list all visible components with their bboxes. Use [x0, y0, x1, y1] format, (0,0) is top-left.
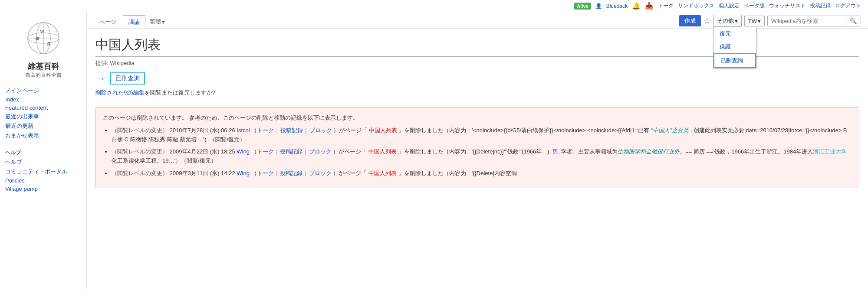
entry3-user[interactable]: Wing	[237, 170, 250, 176]
sidebar-item-villagepump[interactable]: Village pump	[5, 185, 81, 193]
dropdown-item-restore[interactable]: 復元	[713, 27, 756, 40]
entry2-field-link[interactable]: 生物医学和金融投行业务	[618, 148, 680, 155]
sidebar-nav-main: メインページ Index Featured content 最近の出来事 最近の…	[0, 83, 86, 143]
entry2-page-link[interactable]: 中国人列表	[368, 148, 397, 155]
entry1-contributions[interactable]: 投稿記録	[280, 127, 303, 134]
sidebar-item-random[interactable]: おまかせ表示	[5, 131, 81, 140]
dropdown-item-protect[interactable]: 保護	[713, 40, 756, 53]
deletion-link-anchor[interactable]: 削除された925編集	[95, 89, 145, 96]
search-box: 🔍	[767, 16, 861, 26]
other-dropdown-container: その他 ▾ 復元 保護 已刪查詢	[713, 15, 742, 27]
sidebar-item-featured[interactable]: Featured content	[5, 104, 81, 112]
tabs-bar: ページ 議論 繁體 ▾ 作成 ☆ その他 ▾ 復元 保護	[87, 12, 868, 29]
alive-badge: Alive	[574, 3, 591, 10]
sidebar-nav-help: ヘルプ ヘルプ コミュニティ・ポータル Policies Village pum…	[0, 143, 86, 196]
entry3-talk[interactable]: トーク	[257, 170, 274, 176]
chevron-down-icon: ▾	[162, 19, 165, 25]
star-icon[interactable]: ☆	[704, 16, 710, 26]
entry2-prefix: （閲覧レベルの変更）	[112, 148, 168, 155]
notice-intro: このページは削除されています。 参考のため、このページの削除と移動の記録を以下に…	[103, 114, 852, 123]
chevron-down-icon-tw: ▾	[758, 18, 761, 24]
sidebar-site-name: 維基百科	[0, 59, 86, 72]
sidebar-item-policies[interactable]: Policies	[5, 176, 81, 185]
other-dropdown-btn[interactable]: その他 ▾	[713, 15, 742, 27]
top-nav-watchlist[interactable]: ウォッチリスト	[769, 2, 806, 10]
list-item: （閲覧レベルの変更） 2010年7月28日 (水) 06:26 Istcol （…	[112, 126, 852, 144]
entry2-date: 2009年4月22日 (水) 18:25	[170, 148, 237, 155]
entry1-block[interactable]: ブロック	[309, 127, 332, 134]
user-icon: 👤	[595, 3, 602, 9]
sidebar-item-community[interactable]: コミュニティ・ポータル	[5, 167, 81, 176]
tab-variant[interactable]: 繁體 ▾	[146, 15, 168, 28]
sidebar-item-mainpage[interactable]: メインページ	[5, 86, 81, 95]
entry1-page-link[interactable]: 中国人列表	[369, 127, 397, 134]
top-nav-links: トーク サンドボックス 個人設定 ベータ版 ウォッチリスト 投稿記録 ログアウト	[658, 2, 861, 10]
deleted-query-box[interactable]: 已刪查詢	[110, 72, 145, 85]
top-nav-logout[interactable]: ログアウト	[835, 2, 861, 10]
sidebar-item-index[interactable]: Index	[5, 95, 81, 104]
sidebar-help-title: ヘルプ	[5, 146, 81, 157]
list-item: （閲覧レベルの変更） 2009年4月22日 (水) 18:25 Wing （トー…	[112, 147, 852, 166]
entry2-gender-link[interactable]: 男	[552, 148, 558, 155]
list-item: （閲覧レベルの変更） 2009年3月11日 (水) 14:22 Wing （トー…	[112, 169, 852, 178]
entry1-inner-link[interactable]: "中国人"之分类	[651, 127, 689, 134]
svg-text:基: 基	[47, 42, 51, 46]
dropdown-item-deleted[interactable]: 已刪查詢	[713, 53, 756, 68]
top-nav-beta[interactable]: ベータ版	[744, 2, 765, 10]
sidebar: W 維 基 維基百科 自由的百科全書 メインページ Index Featured…	[0, 12, 87, 289]
mail-icon[interactable]: 📥	[645, 2, 654, 10]
top-bar: Alive 👤 Bluedeck 🔔 📥 トーク サンドボックス 個人設定 ベー…	[0, 0, 868, 12]
entry2-talk[interactable]: トーク	[257, 148, 274, 155]
sidebar-logo: W 維 基	[0, 16, 86, 59]
entry1-talk[interactable]: トーク	[257, 127, 274, 134]
arrow-icon: →	[95, 72, 106, 85]
entry3-page-link[interactable]: 中国人列表	[368, 170, 397, 176]
search-button[interactable]: 🔍	[846, 16, 861, 26]
create-button[interactable]: 作成	[679, 15, 701, 26]
entry2-block[interactable]: ブロック	[309, 148, 332, 155]
layout: W 維 基 維基百科 自由的百科全書 メインページ Index Featured…	[0, 12, 868, 289]
deletion-entries: （閲覧レベルの変更） 2010年7月28日 (水) 06:26 Istcol （…	[103, 126, 852, 178]
other-dropdown-menu: 復元 保護 已刪查詢	[713, 27, 756, 68]
entry3-contributions[interactable]: 投稿記録	[280, 170, 302, 176]
tw-dropdown-btn[interactable]: TW ▾	[744, 16, 765, 26]
top-nav-talk[interactable]: トーク	[658, 2, 674, 10]
arrow-row: → 已刪查詢	[95, 71, 859, 87]
entry2-contributions[interactable]: 投稿記録	[280, 148, 302, 155]
entry2-university-link[interactable]: 浙江工业大学	[813, 148, 847, 155]
search-input[interactable]	[768, 16, 846, 26]
top-nav-contributions[interactable]: 投稿記録	[810, 2, 831, 10]
sidebar-item-recentchanges[interactable]: 最近の更新	[5, 121, 81, 131]
entry1-prefix: （閲覧レベルの変更）	[112, 127, 168, 134]
entry3-date: 2009年3月11日 (水) 14:22	[170, 170, 237, 176]
chevron-down-icon-other: ▾	[735, 18, 738, 24]
tab-page[interactable]: ページ	[94, 15, 122, 29]
entry3-prefix: （閲覧レベルの変更）	[112, 170, 168, 176]
tabs-right: 作成 ☆ その他 ▾ 復元 保護 已刪查詢 TW ▾	[679, 15, 861, 29]
notifications-icon[interactable]: 🔔	[632, 2, 641, 10]
sidebar-site-sub: 自由的百科全書	[0, 72, 86, 83]
entry2-user[interactable]: Wing	[237, 148, 250, 155]
sidebar-item-currentevents[interactable]: 最近の出来事	[5, 112, 81, 121]
svg-text:維: 維	[35, 36, 39, 41]
top-nav-sandbox[interactable]: サンドボックス	[678, 2, 714, 10]
tab-discussion[interactable]: 議論	[123, 15, 145, 29]
entry3-block[interactable]: ブロック	[309, 170, 332, 176]
username-link[interactable]: Bluedeck	[606, 3, 628, 9]
svg-text:W: W	[40, 29, 45, 34]
main-content: ページ 議論 繁體 ▾ 作成 ☆ その他 ▾ 復元 保護	[87, 12, 868, 289]
deletion-notice: このページは削除されています。 参考のため、このページの削除と移動の記録を以下に…	[95, 107, 859, 188]
wikipedia-logo: W 維 基	[26, 21, 61, 55]
entry1-date: 2010年7月28日 (水) 06:26	[170, 127, 237, 134]
top-nav-preferences[interactable]: 個人設定	[719, 2, 740, 10]
entry1-user[interactable]: Istcol	[237, 127, 250, 134]
deletion-link: 削除された925編集を閲覧または復元しますか?	[95, 87, 859, 100]
sidebar-item-help[interactable]: ヘルプ	[5, 157, 81, 167]
